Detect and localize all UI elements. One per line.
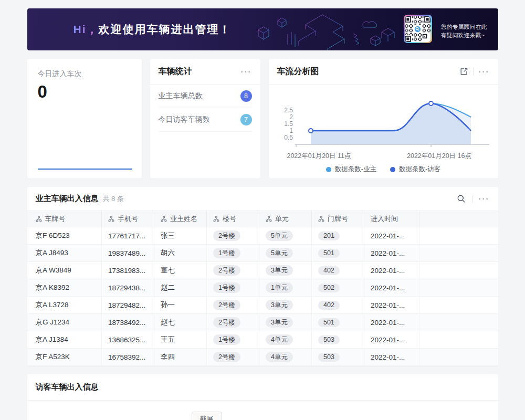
table-cell-empty: [419, 227, 498, 245]
table-cell: 赵七: [154, 314, 207, 331]
table-row: 京G J123418738492...赵七2号楼3单元5012022-01-..…: [27, 314, 498, 331]
more-icon[interactable]: ···: [479, 68, 490, 76]
owner-vehicles-card: 业主车辆出入信息 共 8 条 ··· 车牌号手机号业主姓名楼号单元门牌号进入时间…: [27, 187, 498, 366]
qr-code-pattern: [405, 16, 430, 42]
today-entries-label: 今日进入车次: [38, 69, 131, 79]
x-axis-labels: 2022年01月20日 11点2022年01月20日 16点: [277, 152, 490, 161]
tag-pill: 402: [318, 266, 340, 275]
table-cell: 董七: [154, 262, 207, 279]
column-header[interactable]: 单元: [259, 211, 312, 227]
column-header[interactable]: 手机号: [102, 211, 154, 227]
tools-divider: [472, 195, 472, 203]
today-entries-value: 0: [38, 82, 131, 102]
tag-pill: 501: [318, 249, 340, 258]
table-cell: 503: [312, 349, 364, 366]
tag-pill: 3单元: [266, 300, 293, 310]
table-cell: 2022-01-...: [364, 297, 419, 314]
table-cell: 19837489...: [102, 245, 154, 262]
tag-pill: 502: [318, 284, 340, 292]
tools-divider: [473, 68, 474, 75]
column-header[interactable]: 车牌号: [27, 211, 102, 227]
traffic-chart-title: 车流分析图: [277, 66, 319, 77]
table-cell: 502: [312, 279, 364, 297]
visitor-table-title: 访客车辆出入信息: [36, 382, 99, 392]
sitemap-icon: [266, 216, 272, 222]
table-cell: 2022-01-...: [364, 279, 419, 297]
summary-cards-row: 今日进入车次 0 车辆统计 ··· 业主车辆总数8今日访客车辆数7 车流分析图: [27, 59, 498, 178]
column-header-label: 进入时间: [371, 214, 398, 224]
table-cell: 3单元: [259, 297, 312, 314]
banner-wireframe-decoration: [250, 8, 397, 50]
vehicle-stats-header: 车辆统计 ···: [150, 59, 260, 85]
tag-pill: 501: [318, 318, 340, 327]
table-cell: 赵二: [154, 279, 207, 297]
table-cell: 2022-01-...: [364, 331, 419, 349]
table-cell: 1号楼: [207, 245, 259, 262]
column-header[interactable]: 进入时间: [364, 211, 419, 227]
table-cell: 京A J8493: [27, 245, 102, 262]
table-cell: 18729438...: [102, 279, 154, 297]
table-cell: 李四: [154, 349, 207, 366]
legend-label: 数据条数-业主: [335, 165, 376, 174]
stat-label: 业主车辆总数: [159, 91, 203, 101]
table-cell-empty: [419, 262, 498, 279]
tag-pill: 2号楼: [213, 300, 240, 310]
visitor-table-header: 访客车辆出入信息: [27, 374, 498, 401]
table-cell: 501: [312, 314, 364, 331]
x-tick-label: 2022年01月20日 11点: [287, 152, 351, 161]
column-header[interactable]: 门牌号: [312, 211, 364, 227]
tag-pill: 402: [318, 301, 340, 310]
more-icon[interactable]: ···: [241, 68, 252, 76]
stat-count-badge: 7: [240, 114, 252, 125]
sitemap-icon: [318, 216, 324, 222]
legend-dot-icon: [390, 167, 395, 172]
table-cell: 王五: [154, 331, 207, 349]
owner-vehicles-table: 车牌号手机号业主姓名楼号单元门牌号进入时间 京F 6D52317761717..…: [27, 211, 498, 366]
table-cell: 京A W3849: [27, 262, 102, 279]
tag-pill: 1号楼: [213, 248, 240, 258]
qr-caption-line2: 有疑问欢迎来戳~: [441, 31, 487, 39]
column-header[interactable]: 业主姓名: [154, 211, 207, 227]
table-cell: 5单元: [259, 245, 312, 262]
vehicle-stats-card: 车辆统计 ··· 业主车辆总数8今日访客车辆数7: [150, 59, 260, 178]
tag-pill: 1号楼: [213, 334, 240, 345]
stat-row: 今日访客车辆数7: [159, 108, 252, 132]
table-cell: 胡六: [154, 245, 207, 262]
legend-item[interactable]: 数据条数-业主: [326, 165, 376, 174]
legend-item[interactable]: 数据条数-访客: [390, 165, 440, 174]
tag-pill: 3单元: [266, 265, 293, 276]
column-header-label: 门牌号: [328, 214, 348, 224]
traffic-chart-card: 车流分析图 ···: [269, 59, 498, 178]
dashboard-page: Hi，欢迎使用车辆进出管理！ 您的专属顾问在此 有疑问欢迎来戳~ 今日进入车次 …: [27, 0, 498, 420]
column-header[interactable]: 楼号: [207, 211, 259, 227]
table-cell: 2022-01-...: [364, 227, 419, 245]
table-cell: 2号楼: [207, 349, 259, 366]
column-header-label: 手机号: [118, 214, 138, 224]
visitor-vehicles-card: 访客车辆出入信息 截屏: [27, 374, 498, 420]
table-cell: 2022-01-...: [364, 262, 419, 279]
banner-title: Hi，欢迎使用车辆进出管理！: [74, 22, 232, 37]
table-cell: 2022-01-...: [364, 349, 419, 366]
table-row: 京A J138413686325...王五1号楼4单元5032022-01-..…: [27, 331, 498, 349]
more-icon[interactable]: ···: [479, 195, 490, 203]
column-header-label: 单元: [275, 214, 289, 224]
table-cell: 402: [312, 297, 364, 314]
table-cell-empty: [419, 245, 498, 262]
qr-caption: 您的专属顾问在此 有疑问欢迎来戳~: [441, 23, 487, 39]
table-cell: 2号楼: [207, 297, 259, 314]
table-body: 京F 6D52317761717...张三2号楼5单元2012022-01-..…: [27, 227, 498, 366]
table-cell: 17761717...: [102, 227, 154, 245]
screenshot-button[interactable]: 截屏: [192, 412, 222, 420]
search-icon[interactable]: [457, 194, 466, 203]
column-header-label: 楼号: [223, 214, 236, 224]
table-row: 京A K839218729438...赵二1号楼1单元5022022-01-..…: [27, 279, 498, 297]
owner-table-count: 共 8 条: [103, 194, 124, 204]
table-cell: 京A J1384: [27, 331, 102, 349]
table-cell: 17381983...: [102, 262, 154, 279]
table-cell: 2022-01-...: [364, 245, 419, 262]
table-cell: 1号楼: [207, 279, 259, 297]
table-cell: 张三: [154, 227, 207, 245]
y-tick-label: 2.5: [284, 107, 293, 114]
y-tick-label: 1: [289, 127, 293, 134]
expand-icon[interactable]: [460, 68, 468, 76]
